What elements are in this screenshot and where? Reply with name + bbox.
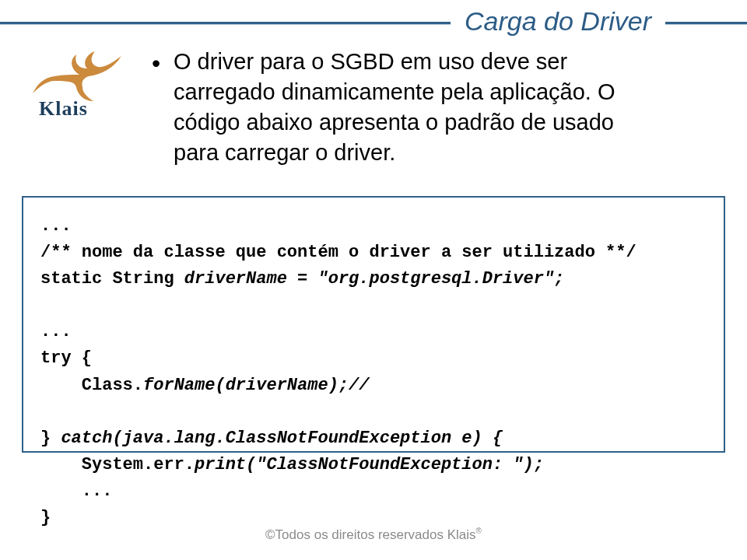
code-text: } [40,429,61,448]
slide-title: Carga do Driver [465,6,651,36]
bullet-line: carregado dinamicamente pela aplicação. … [174,79,615,104]
code-text: static String [40,269,184,289]
code-text: catch(java.lang.ClassNotFoundException e… [61,429,503,448]
code-text: ... [40,322,72,341]
footer-sup: ® [476,527,482,535]
code-text: print("ClassNotFoundException: "); [195,455,544,474]
slide-title-box: Carga do Driver [451,0,665,44]
code-text: Class. [40,376,143,395]
code-text: System.err. [40,455,195,474]
code-text: } [40,508,51,527]
code-text: try { [40,348,92,368]
code-text: ... [40,481,112,501]
code-text: /** nome da classe que contém o driver a… [40,243,637,262]
bullet-line: código abaixo apresenta o padrão de usad… [174,110,614,135]
bullet-line: para carregar o driver. [174,140,395,165]
bullet-list: O driver para o SGBD em uso deve ser car… [152,47,665,169]
bullet-item: O driver para o SGBD em uso deve ser car… [152,47,665,169]
logo-text: Klais [39,97,88,121]
code-text: ... [40,216,72,236]
footer-text: ©Todos os direitos reservados Klais [265,527,475,542]
footer: ©Todos os direitos reservados Klais® [0,527,747,543]
code-block: ... /** nome da classe que contém o driv… [22,196,725,453]
bullet-line: O driver para o SGBD em uso deve ser [174,49,567,74]
code-text: forName(driverName);// [143,376,369,395]
code-text: driverName = "org.postgresql.Driver"; [184,269,564,289]
